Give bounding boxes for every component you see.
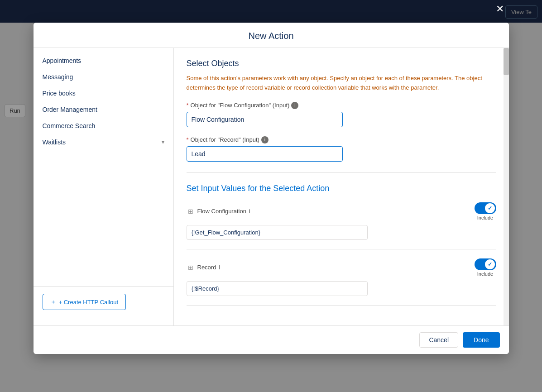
sidebar: Appointments Messaging Price books Order… — [34, 48, 174, 325]
record-toggle[interactable]: ✓ — [475, 258, 496, 270]
sidebar-item-label: Waitlists — [43, 139, 66, 146]
record-info-icon[interactable]: i — [261, 136, 269, 143]
grid-icon: ⊞ — [187, 207, 195, 215]
modal-dialog: ✕ New Action Appointments Messaging Pric… — [34, 23, 509, 354]
flow-config-row-info-icon[interactable]: i — [249, 208, 250, 215]
flow-config-input[interactable] — [187, 112, 343, 127]
sidebar-item-waitlists[interactable]: Waitlists ▾ — [34, 134, 173, 150]
flow-config-field-group: * Object for "Flow Configuration" (Input… — [187, 102, 496, 127]
scrollbar-thumb[interactable] — [504, 48, 509, 75]
cancel-button[interactable]: Cancel — [419, 332, 458, 348]
set-input-title: Set Input Values for the Selected Action — [187, 184, 496, 193]
flow-config-row-label: Flow Configuration — [197, 208, 246, 215]
modal-title: New Action — [43, 31, 500, 41]
create-http-callout-button[interactable]: ＋ + Create HTTP Callout — [43, 294, 126, 310]
content-panel: Select Objects Some of this action's par… — [174, 48, 509, 325]
modal-close-button[interactable]: ✕ — [491, 0, 509, 18]
toggle-knob-2: ✓ — [485, 259, 495, 269]
flow-config-label: * Object for "Flow Configuration" (Input… — [187, 102, 496, 109]
record-label: * Object for "Record" (Input) i — [187, 136, 496, 143]
modal-body: Appointments Messaging Price books Order… — [34, 48, 509, 325]
grid-icon-2: ⊞ — [187, 263, 195, 272]
record-input-row: ⊞ Record i ✓ Include — [187, 258, 496, 306]
section-divider — [187, 172, 496, 173]
flow-config-input-row: ⊞ Flow Configuration i ✓ Include — [187, 202, 496, 249]
flow-config-label-text: Object for "Flow Configuration" (Input) — [191, 102, 290, 109]
record-input-label: ⊞ Record i — [187, 263, 221, 272]
flow-config-toggle[interactable]: ✓ — [475, 202, 496, 214]
check-icon-2: ✓ — [488, 261, 492, 268]
record-value-input[interactable] — [187, 281, 368, 296]
scrollbar-track — [504, 48, 509, 325]
record-toggle-container: ✓ Include — [475, 258, 496, 277]
required-star: * — [187, 136, 189, 143]
flow-config-toggle-container: ✓ Include — [475, 202, 496, 220]
flow-config-input-label: ⊞ Flow Configuration i — [187, 207, 250, 215]
flow-config-value-input[interactable] — [187, 225, 368, 240]
create-callout-label: + Create HTTP Callout — [59, 299, 119, 306]
record-toggle-label: Include — [477, 271, 493, 277]
flow-config-info-icon[interactable]: i — [291, 102, 298, 109]
sidebar-bottom: ＋ + Create HTTP Callout — [34, 286, 173, 317]
flow-config-toggle-label: Include — [477, 215, 493, 220]
sidebar-item-label: Appointments — [43, 57, 82, 64]
check-icon: ✓ — [488, 205, 492, 211]
sidebar-item-label: Messaging — [43, 73, 73, 81]
modal-footer: Cancel Done — [34, 325, 509, 354]
modal-overlay: ✕ New Action Appointments Messaging Pric… — [0, 0, 542, 392]
record-row-info-icon[interactable]: i — [219, 264, 220, 271]
sidebar-item-messaging[interactable]: Messaging — [34, 69, 173, 85]
record-field-group: * Object for "Record" (Input) i — [187, 136, 496, 162]
sidebar-item-appointments[interactable]: Appointments — [34, 53, 173, 69]
toggle-knob: ✓ — [485, 203, 495, 213]
sidebar-item-ordermanagement[interactable]: Order Management — [34, 101, 173, 118]
sidebar-item-label: Commerce Search — [43, 122, 96, 129]
sidebar-item-pricebooks[interactable]: Price books — [34, 85, 173, 101]
sidebar-item-label: Order Management — [43, 106, 97, 113]
record-label-text: Object for "Record" (Input) — [191, 136, 259, 143]
plus-icon: ＋ — [50, 298, 56, 306]
done-button[interactable]: Done — [463, 332, 499, 348]
chevron-down-icon: ▾ — [162, 139, 164, 145]
select-objects-description: Some of this action's parameters work wi… — [187, 74, 496, 93]
sidebar-item-label: Price books — [43, 90, 76, 97]
sidebar-item-commercesearch[interactable]: Commerce Search — [34, 118, 173, 134]
record-row-label: Record — [197, 264, 216, 271]
modal-header: New Action — [34, 23, 509, 48]
record-input-header: ⊞ Record i ✓ Include — [187, 258, 496, 277]
select-objects-title: Select Objects — [187, 59, 496, 68]
record-input[interactable] — [187, 146, 343, 162]
flow-config-input-header: ⊞ Flow Configuration i ✓ Include — [187, 202, 496, 220]
required-star: * — [187, 102, 189, 109]
